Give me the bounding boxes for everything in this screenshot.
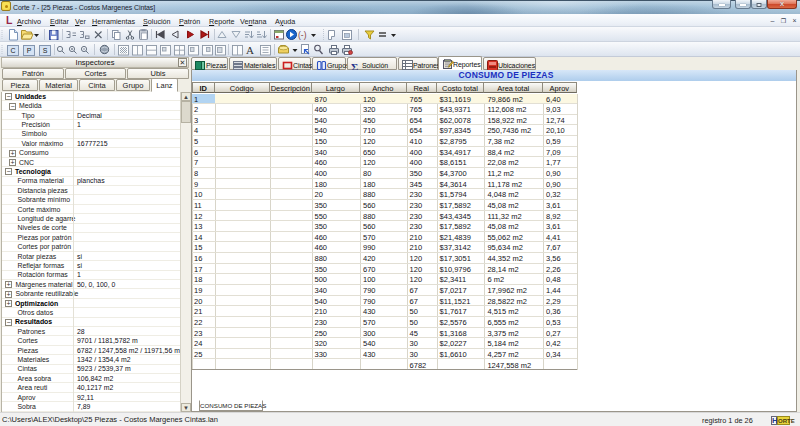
svg-text:A: A (246, 44, 254, 56)
svg-text:C: C (10, 47, 15, 54)
svg-text:(-): (-) (298, 30, 307, 40)
svg-text:S: S (43, 47, 48, 54)
svg-text:P: P (27, 47, 32, 54)
